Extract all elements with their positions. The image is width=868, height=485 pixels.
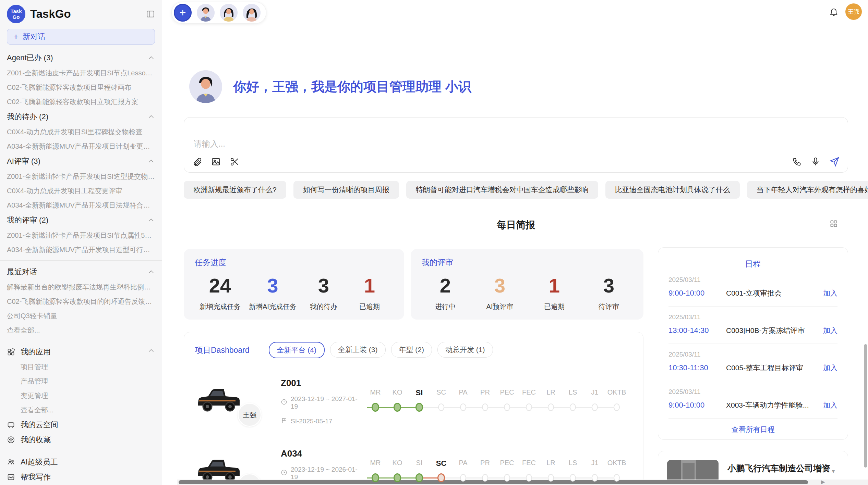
project-dashboard-card: 项目Dashboard 全新平台 (4)全新上装 (3)年型 (2)动总开发 (… [184,332,643,485]
recent-chat-item[interactable]: 解释最新出台的欧盟报废车法规再生塑料比例被调至15%... [7,280,155,294]
milestone-dot[interactable] [504,474,510,482]
recent-chats-header[interactable]: 最近对话 [7,264,155,280]
vertical-scrollbar-thumb[interactable] [864,344,867,468]
sidebar-item-my-apps[interactable]: 我的应用 [7,345,155,360]
join-event-link[interactable]: 加入 [823,288,837,298]
agent-avatar-3[interactable] [243,4,261,22]
image-upload-icon[interactable] [211,157,221,167]
sidebar-item-cloud-space[interactable]: 我的云空间 [7,417,155,432]
milestone-dot[interactable] [592,474,598,482]
milestone-dot[interactable] [394,403,401,412]
agent-avatar-2[interactable] [220,4,238,22]
add-agent-button[interactable]: + [174,4,192,22]
section-header[interactable]: Agent已办 (3) [7,50,155,66]
filter-pill[interactable]: 全新平台 (4) [269,342,325,358]
suggestion-chip[interactable]: 比亚迪全固态电池计划具体说了什么 [605,181,740,199]
section-header[interactable]: AI评审 (3) [7,153,155,169]
milestone-dot[interactable] [415,403,423,412]
suggestion-chip[interactable]: 当下年轻人对汽车外观有怎样的喜好趋势 [747,181,868,199]
milestone-dot[interactable] [504,403,510,411]
milestone-dot[interactable] [437,473,445,482]
new-chat-button[interactable]: + 新对话 [7,29,155,45]
scroll-right-arrow[interactable]: ▶ [821,479,825,485]
tool-label: AI超级员工 [21,455,58,470]
section-header[interactable]: 我的评审 (2) [7,212,155,228]
scroll-down-arrow[interactable]: ▼ [831,469,836,474]
sidebar-item-favorites[interactable]: 我的收藏 [7,432,155,447]
filter-pill[interactable]: 年型 (2) [391,342,432,358]
chat-input[interactable] [193,139,606,149]
milestone-dot[interactable] [482,474,488,482]
sidebar-conversation-item[interactable]: Z001-全新燃油轻卡产品开发项目SI造型提交物评审 [7,169,155,184]
join-event-link[interactable]: 加入 [823,400,837,410]
filter-pill[interactable]: 全新上装 (3) [330,342,386,358]
milestone-dot[interactable] [614,403,620,411]
scissors-icon[interactable] [229,157,240,167]
milestone-dot[interactable] [526,474,532,482]
microphone-icon[interactable] [811,157,820,166]
event-title: C003|H0B-方案冻结评审 [726,326,818,335]
milestone-stage: PEC [496,388,518,414]
sidebar-conversation-item[interactable]: C02-飞腾新能源轻客改款项目里程碑画布 [7,80,155,95]
milestone-dot[interactable] [526,403,532,411]
collapse-sidebar-icon[interactable] [146,10,155,18]
sidebar-conversation-item[interactable]: A034-全新新能源MUV产品开发项目计划变更表编写 [7,139,155,153]
app-sub-item[interactable]: 变更管理 [7,388,155,403]
user-avatar[interactable]: 王强 [845,3,862,20]
milestone-label: MR [364,459,386,471]
sidebar-item-ai-staff[interactable]: AI超级员工 [7,455,155,470]
milestone-dot[interactable] [394,473,401,482]
milestone-dot[interactable] [592,403,598,411]
suggestion-chip[interactable]: 欧洲新规最近颁布了什么? [184,181,286,199]
milestone-dot[interactable] [460,403,466,411]
agent-avatar-1[interactable] [197,4,215,22]
join-event-link[interactable]: 加入 [823,326,837,335]
milestone-dot[interactable] [415,473,423,482]
milestone-dot[interactable] [570,474,576,482]
divider [0,451,162,451]
app-sub-item[interactable]: 项目管理 [7,360,155,374]
app-sub-item[interactable]: 产品管理 [7,374,155,388]
sidebar-conversation-item[interactable]: C02-飞腾新能源轻客改款项目立项汇报方案 [7,95,155,109]
milestone-dot[interactable] [372,473,379,482]
milestone-label: PR [474,388,496,401]
sidebar-item-help-write[interactable]: 帮我写作 [7,470,155,485]
sidebar-conversation-item[interactable]: A034-全新新能源MUV产品开发项目法规符合性评审 [7,198,155,212]
stat-item: 24新增完成任务 [200,275,241,311]
suggestion-chip[interactable]: 特朗普可能对进口汽车增税会对中国车企造成哪些影响 [406,181,598,199]
phone-icon[interactable] [792,157,802,166]
recent-chat-item[interactable]: C02-飞腾新能源轻客改款项目的闭环通告反馈情况 [7,294,155,309]
milestone-dot[interactable] [570,403,576,411]
sidebar-conversation-item[interactable]: C0X4-动力总成开发项目SI里程碑提交物检查 [7,125,155,139]
milestone-dot[interactable] [372,403,379,412]
sidebar-conversation-item[interactable]: Z001-全新燃油皮卡产品开发项目SI节点Lesson Learn报告 [7,66,155,80]
milestone-dot[interactable] [482,403,488,411]
recent-chat-item[interactable]: 公司Q3轻卡销量 [7,309,155,323]
join-event-link[interactable]: 加入 [823,363,837,373]
milestone-dot[interactable] [438,403,444,411]
milestone-dot[interactable] [548,474,554,482]
milestone-dot[interactable] [614,474,620,482]
suggestion-chip[interactable]: 如何写一份清晰的项目周报 [293,181,399,199]
stat-label: 已逾期 [351,302,388,311]
layout-grid-icon[interactable] [829,219,838,229]
app-sub-item[interactable]: 查看全部... [7,403,155,417]
project-code[interactable]: A034 [281,448,363,459]
view-all-schedule-link[interactable]: 查看所有日程 [668,425,837,434]
stat-item: 1已逾期 [351,275,388,311]
filter-pill[interactable]: 动总开发 (1) [437,342,493,358]
sidebar-conversation-item[interactable]: C0X4-动力总成开发项目工程变更评审 [7,184,155,198]
section-header[interactable]: 我的待办 (2) [7,109,155,125]
milestone-dot[interactable] [548,403,554,411]
sidebar-conversation-item[interactable]: A034-全新新能源MUV产品开发项目造型可行性评审 [7,242,155,257]
clock-icon [281,469,287,477]
stat-card-title: 我的评审 [422,257,632,268]
sidebar-conversation-item[interactable]: Z001-全新燃油轻卡产品开发项目SI节点属性5D文件评审 [7,228,155,242]
send-icon[interactable] [829,157,840,167]
notifications-bell-icon[interactable] [829,7,839,18]
attachment-icon[interactable] [192,157,203,167]
milestone-dot[interactable] [460,474,466,482]
project-code[interactable]: Z001 [281,378,363,388]
view-all-chats-link[interactable]: 查看全部... [7,323,155,337]
horizontal-scrollbar-thumb[interactable] [179,480,808,484]
